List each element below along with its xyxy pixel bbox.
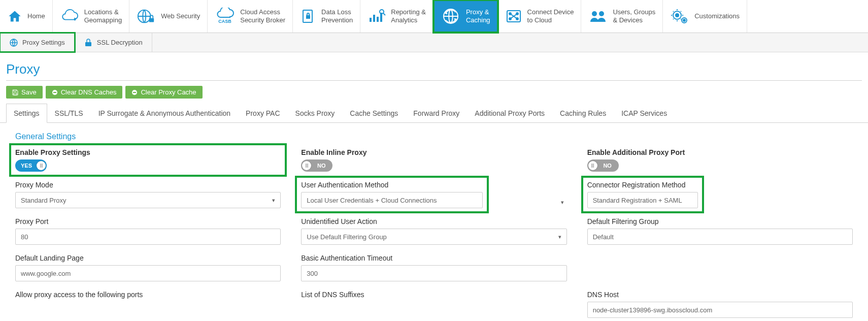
nav-label: Data Loss [321,8,353,16]
nav-data-loss-prevention[interactable]: Data Loss Prevention [293,0,360,33]
button-label: Clear Proxy Cache [141,88,196,96]
enable-proxy-settings-toggle[interactable]: YES [15,159,47,172]
tab-additional-proxy-ports[interactable]: Additional Proxy Ports [467,104,552,122]
nav-users-groups-devices[interactable]: Users, Groups & Devices [581,0,663,33]
toggle-knob [37,161,46,170]
toggle-text: YES [16,163,37,169]
dns-host-input[interactable] [587,302,853,318]
svg-point-21 [683,19,685,21]
enable-proxy-settings-label: Enable Proxy Settings [15,148,90,156]
tab-forward-proxy[interactable]: Forward Proxy [406,104,467,122]
default-landing-page-input[interactable] [15,265,281,281]
user-auth-method-label: User Authentication Method [301,181,388,189]
default-filtering-group-label: Default Filtering Group [587,217,853,226]
svg-rect-23 [85,42,91,46]
nav-label: Connect Device [527,8,574,16]
top-navigation: Home Locations & Geomapping Web Security… [0,0,868,33]
nav-label: Prevention [321,16,353,24]
action-bar: Save Clear DNS Caches Clear Proxy Cache [0,86,868,104]
nav-label: Locations & [84,8,122,16]
button-label: Save [21,88,37,96]
svg-text:CASB: CASB [218,19,231,24]
proxy-port-input[interactable] [15,229,281,245]
svg-point-13 [516,13,518,15]
tab-icap-services[interactable]: ICAP Services [614,104,675,122]
nav-label: Web Security [161,12,200,20]
document-lock-icon [300,8,316,24]
nav-home[interactable]: Home [0,0,53,33]
proxy-mode-label: Proxy Mode [15,181,281,189]
globe-lock-icon [137,8,156,24]
default-filtering-group-input[interactable] [587,229,853,245]
nav-connect-device[interactable]: Connect Device to Cloud [498,0,582,33]
connector-reg-method-select[interactable]: Standard Registration + SAML [587,192,698,208]
nav-label: Customizations [694,12,740,20]
nav-label: & Devices [613,16,655,24]
svg-point-15 [516,18,518,20]
svg-point-16 [592,11,597,16]
subnav-label: SSL Decryption [97,39,143,46]
page-title-row: Proxy [0,52,868,86]
svg-rect-4 [306,15,310,19]
svg-rect-25 [53,92,56,93]
list-dns-suffixes-label: List of DNS Suffixes [301,291,566,299]
enable-inline-proxy-label: Enable Inline Proxy [301,148,566,156]
tab-proxy-pac[interactable]: Proxy PAC [238,104,287,122]
sub-navigation: Proxy Settings SSL Decryption [0,33,868,52]
svg-point-12 [509,13,511,15]
tab-socks-proxy[interactable]: Socks Proxy [288,104,343,122]
basic-auth-timeout-input[interactable] [301,265,566,281]
toggle-text: NO [597,163,618,169]
nav-casb[interactable]: CASB Cloud Access Security Broker [208,0,293,33]
tab-ip-surrogate[interactable]: IP Surrogate & Anonymous Authentication [91,104,238,122]
tab-ssl-tls[interactable]: SSL/TLS [47,104,91,122]
nav-locations-geomapping[interactable]: Locations & Geomapping [53,0,129,33]
chevron-down-icon: ▾ [561,199,564,205]
select-value: Standard Registration + SAML [593,197,682,204]
nav-label: Caching [466,16,490,24]
nav-label: Security Broker [240,16,285,24]
unidentified-user-action-select[interactable]: Use Default Filtering Group ▾ [301,229,566,245]
minus-circle-icon [131,89,138,95]
nav-customizations[interactable]: Customizations [663,0,747,33]
svg-point-14 [509,18,511,20]
tab-caching-rules[interactable]: Caching Rules [552,104,614,122]
nav-proxy-caching[interactable]: Proxy & Caching [433,0,498,33]
tab-cache-settings[interactable]: Cache Settings [342,104,406,122]
nav-web-security[interactable]: Web Security [129,0,208,33]
chevron-down-icon: ▾ [272,197,275,204]
casb-icon: CASB [215,8,235,25]
allow-proxy-ports-label: Allow proxy access to the following port… [15,291,281,299]
enable-inline-proxy-toggle[interactable]: NO [301,159,332,172]
nav-reporting-analytics[interactable]: Reporting & Analytics [360,0,433,33]
proxy-mode-select[interactable]: Standard Proxy ▾ [15,192,281,208]
nav-label: Proxy & [466,8,490,16]
minus-circle-icon [52,89,58,95]
subnav-ssl-decryption[interactable]: SSL Decryption [75,33,152,52]
basic-auth-timeout-label: Basic Authentication Timeout [301,254,566,262]
connector-reg-method-highlight: Connector Registration Method Standard R… [584,179,701,210]
svg-point-19 [676,14,679,17]
subnav-label: Proxy Settings [22,39,65,46]
clear-proxy-cache-button[interactable]: Clear Proxy Cache [125,86,202,99]
save-icon [12,89,18,95]
svg-rect-1 [149,18,154,22]
save-button[interactable]: Save [6,86,43,99]
tab-settings[interactable]: Settings [6,104,47,123]
subnav-proxy-settings[interactable]: Proxy Settings [0,33,75,52]
select-value: Use Default Filtering Group [307,233,387,241]
nav-label: Cloud Access [240,8,285,16]
enable-additional-proxy-port-toggle[interactable]: NO [587,159,619,172]
clear-dns-caches-button[interactable]: Clear DNS Caches [46,86,123,99]
user-auth-method-select[interactable]: Local User Credentials + Cloud Connectio… [301,192,483,208]
page-title: Proxy [6,61,862,77]
proxy-port-label: Proxy Port [15,217,281,226]
toggle-knob [302,161,311,170]
enable-additional-proxy-port-label: Enable Additional Proxy Port [587,148,853,156]
svg-rect-7 [377,17,379,22]
nav-label: Geomapping [84,16,122,24]
divider [6,80,862,81]
globe-icon [9,38,18,47]
globe-refresh-icon [441,7,461,25]
section-heading: General Settings [0,123,868,148]
